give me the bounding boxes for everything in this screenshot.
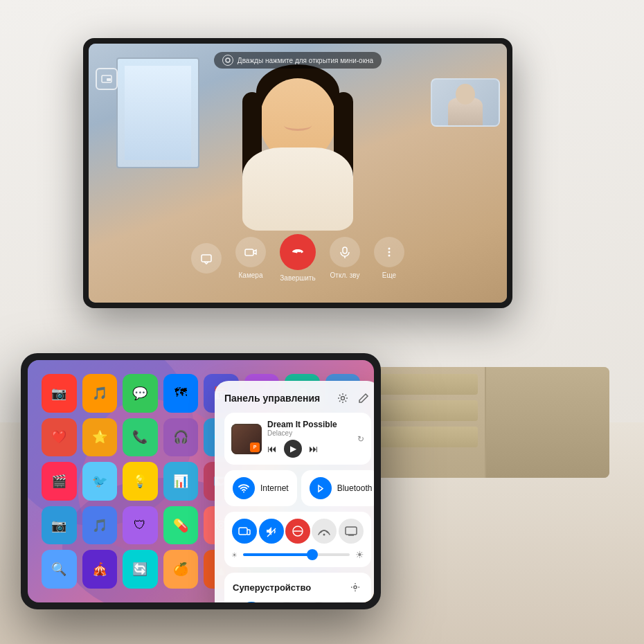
bluetooth-card[interactable]: Bluetooth xyxy=(301,470,374,506)
pip-button[interactable] xyxy=(96,68,118,90)
svg-rect-2 xyxy=(107,78,111,81)
sd-item-watch[interactable]: Часы xyxy=(306,602,331,602)
toggle-row xyxy=(231,519,364,544)
mute-toggle[interactable] xyxy=(259,519,284,544)
tv-screen: Дважды нажмите для открытия мини-окна xyxy=(89,44,507,303)
song-title: Dream It Possible xyxy=(267,420,352,429)
mute-button[interactable]: Откл. зву xyxy=(330,237,360,279)
play-button[interactable]: ▶ xyxy=(284,440,302,458)
media-controls: ⏮ ▶ ⏭ xyxy=(267,440,352,458)
tablet: 📷 🎵 💬 🗺 📅 🛒 ☁️ 🎮 ❤️ ⭐ 📞 🎧 🌐 🔔 📖 ⚙️ 🎬 🐦 💡… xyxy=(21,353,381,609)
headphone-icon xyxy=(274,602,299,602)
app-icon-11[interactable]: 📞 xyxy=(123,418,158,457)
app-icon-27[interactable]: 🛡 xyxy=(123,506,158,545)
end-call-label: Завершить xyxy=(280,274,315,282)
camera-button[interactable]: Камера xyxy=(235,237,266,279)
sd-item-vision[interactable]: УстройствоVision xyxy=(235,602,267,602)
vision-icon xyxy=(239,602,264,602)
app-icon-9[interactable]: ❤️ xyxy=(42,418,77,457)
podcast-icon: P xyxy=(250,442,260,452)
app-icon-4[interactable]: 🗺 xyxy=(163,374,199,413)
svg-point-9 xyxy=(388,255,391,257)
svg-point-8 xyxy=(388,251,391,253)
wifi-icon xyxy=(233,477,255,499)
mute-label: Откл. зву xyxy=(330,271,360,279)
bluetooth-icon xyxy=(310,477,332,499)
svg-rect-5 xyxy=(343,247,347,253)
watch-icon xyxy=(306,602,331,602)
camera-icon-bg xyxy=(235,237,266,267)
super-device-header: Суперустройство xyxy=(233,580,363,595)
media-player-card: P Dream It Possible Delacey ⏮ ▶ ⏭ ↻ xyxy=(224,413,371,465)
signal-toggle[interactable] xyxy=(312,519,337,544)
app-icon-28[interactable]: 💊 xyxy=(163,506,199,545)
screen-share-icon-bg xyxy=(191,243,222,274)
cast-toggle[interactable] xyxy=(232,519,257,544)
play-icon: ▶ xyxy=(290,444,296,454)
artist-name: Delacey xyxy=(267,429,352,437)
brightness-min-icon: ☀ xyxy=(231,551,238,559)
call-controls: Камера Завершить xyxy=(89,234,507,282)
app-icon-34[interactable]: 🎪 xyxy=(82,550,118,589)
svg-point-16 xyxy=(323,534,325,536)
edit-icon[interactable] xyxy=(356,391,371,406)
app-icon-17[interactable]: 🎬 xyxy=(42,462,77,501)
app-icon-20[interactable]: 📊 xyxy=(163,462,199,501)
network-cards: Internet Bluetooth xyxy=(224,470,371,506)
next-button[interactable]: ⏭ xyxy=(309,443,319,454)
sd-item-printer[interactable]: Принтер xyxy=(336,602,361,602)
brightness-fill xyxy=(243,553,312,556)
bluetooth-label: Bluetooth xyxy=(337,483,373,493)
svg-rect-4 xyxy=(245,249,253,256)
svg-point-11 xyxy=(243,492,244,493)
settings-icon[interactable] xyxy=(335,391,350,406)
wifi-card[interactable]: Internet xyxy=(224,470,297,506)
tv-hint: Дважды нажмите для открытия мини-окна xyxy=(89,52,507,69)
svg-point-7 xyxy=(388,248,391,250)
app-icon-3[interactable]: 💬 xyxy=(123,374,158,413)
self-view-video xyxy=(431,78,500,127)
screen-share-button[interactable] xyxy=(191,243,222,274)
app-icon-25[interactable]: 📷 xyxy=(42,506,77,545)
repeat-icon[interactable]: ↻ xyxy=(357,434,364,444)
app-icon-1[interactable]: 📷 xyxy=(42,374,77,413)
app-icon-18[interactable]: 🐦 xyxy=(82,462,118,501)
app-icon-12[interactable]: 🎧 xyxy=(163,418,199,457)
app-icon-2[interactable]: 🎵 xyxy=(82,374,118,413)
app-icon-26[interactable]: 🎵 xyxy=(82,506,118,545)
prev-button[interactable]: ⏮ xyxy=(267,443,277,454)
tablet-screen: 📷 🎵 💬 🗺 📅 🛒 ☁️ 🎮 ❤️ ⭐ 📞 🎧 🌐 🔔 📖 ⚙️ 🎬 🐦 💡… xyxy=(28,360,374,602)
app-icon-19[interactable]: 💡 xyxy=(123,462,158,501)
hint-icon xyxy=(222,55,233,66)
end-call-icon-bg xyxy=(280,234,316,270)
screen-mirror-toggle[interactable] xyxy=(339,519,364,544)
svg-rect-17 xyxy=(346,527,357,535)
app-icon-35[interactable]: 🔄 xyxy=(123,550,158,589)
media-info: Dream It Possible Delacey ⏮ ▶ ⏭ xyxy=(267,420,352,458)
super-device-title: Суперустройство xyxy=(233,582,311,593)
person-smile xyxy=(284,120,312,131)
svg-rect-12 xyxy=(239,528,247,535)
hint-text: Дважды нажмите для открытия мини-окна xyxy=(238,57,373,64)
brightness-thumb xyxy=(307,549,318,560)
control-panel-actions xyxy=(335,391,371,406)
person-body xyxy=(242,147,353,231)
tv-stand-right-cabinet xyxy=(485,367,609,478)
brightness-slider[interactable] xyxy=(243,553,350,556)
super-device-settings-icon[interactable] xyxy=(348,580,363,595)
sd-item-headphone[interactable]: Наушники xyxy=(272,602,301,602)
svg-point-0 xyxy=(226,58,230,62)
quick-toggles-card: ☀ ☀ xyxy=(224,512,371,567)
no-disturb-toggle[interactable] xyxy=(285,519,310,544)
app-icon-33[interactable]: 🔍 xyxy=(42,550,77,589)
control-panel-title: Панель управления xyxy=(224,393,320,404)
control-panel-header: Панель управления xyxy=(224,391,371,406)
super-device-card: Суперустройство xyxy=(224,573,371,602)
app-icon-10[interactable]: ⭐ xyxy=(82,418,118,457)
camera-label: Камера xyxy=(239,271,263,279)
media-thumbnail: P xyxy=(231,424,262,454)
app-icon-36[interactable]: 🍊 xyxy=(163,550,199,589)
mute-icon-bg xyxy=(330,237,360,267)
more-button[interactable]: Еще xyxy=(374,237,404,279)
end-call-button[interactable]: Завершить xyxy=(280,234,316,282)
